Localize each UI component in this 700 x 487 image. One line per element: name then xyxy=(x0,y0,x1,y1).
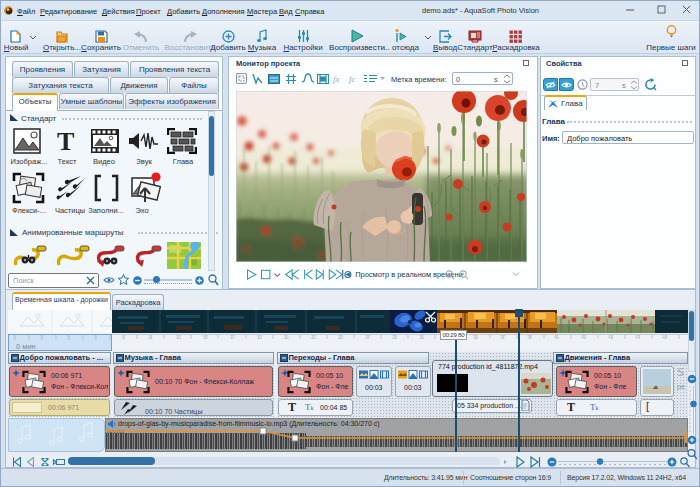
svg-text:23: 23 xyxy=(311,335,317,340)
svg-text:3: 3 xyxy=(40,335,43,340)
svg-text:19: 19 xyxy=(257,335,263,340)
svg-text:17: 17 xyxy=(230,335,236,340)
svg-text:5: 5 xyxy=(67,335,70,340)
svg-text:25: 25 xyxy=(338,335,344,340)
svg-text:35: 35 xyxy=(473,335,479,340)
svg-text:47: 47 xyxy=(635,335,641,340)
svg-text:fx: fx xyxy=(333,74,340,84)
svg-text:43: 43 xyxy=(581,335,587,340)
svg-text:31: 31 xyxy=(419,335,425,340)
svg-text:27: 27 xyxy=(365,335,371,340)
svg-text:39: 39 xyxy=(527,335,533,340)
svg-text:29: 29 xyxy=(392,335,398,340)
svg-text:41: 41 xyxy=(554,335,560,340)
svg-text:21: 21 xyxy=(284,335,290,340)
svg-text:9: 9 xyxy=(122,335,125,340)
svg-text:7: 7 xyxy=(94,335,97,340)
svg-text:11: 11 xyxy=(148,335,153,340)
svg-text:37: 37 xyxy=(500,335,506,340)
svg-text:45: 45 xyxy=(608,335,614,340)
svg-text:15: 15 xyxy=(203,335,209,340)
svg-text:49: 49 xyxy=(662,335,668,340)
svg-text:fc: fc xyxy=(349,74,356,84)
svg-text:1: 1 xyxy=(13,335,16,340)
svg-text:13: 13 xyxy=(176,335,182,340)
